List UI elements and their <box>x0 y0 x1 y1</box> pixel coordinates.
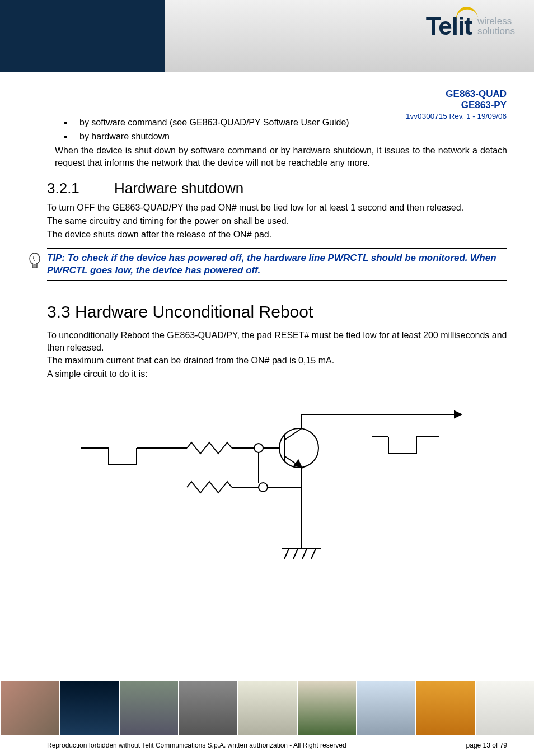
svg-marker-17 <box>455 411 461 418</box>
heading-3-3: 3.3 Hardware Unconditional Reboot <box>47 301 507 324</box>
footer-text: Reproduction forbidden without Telit Com… <box>47 741 507 749</box>
paragraph: The device shuts down after the release … <box>47 228 507 241</box>
svg-line-30 <box>302 549 307 559</box>
bullet-list: by software command (see GE863-QUAD/PY S… <box>47 116 507 142</box>
footer-image <box>237 681 297 735</box>
svg-line-29 <box>293 549 298 559</box>
svg-line-28 <box>284 549 289 559</box>
page-header: Telit wireless solutions <box>0 0 534 72</box>
header-grey-block: Telit wireless solutions <box>165 0 534 72</box>
bullet-item: by software command (see GE863-QUAD/PY S… <box>64 116 507 129</box>
circuit-diagram <box>47 403 506 605</box>
footer-image <box>119 681 178 735</box>
paragraph: The maximum current that can be drained … <box>47 354 507 367</box>
brand-accent-icon <box>454 5 478 21</box>
paragraph: To turn OFF the GE863-QUAD/PY the pad ON… <box>47 202 507 214</box>
brand-tagline: wireless solutions <box>477 16 515 36</box>
bullet-text: by software command (see GE863-QUAD/PY S… <box>79 118 349 127</box>
footer-image <box>0 681 59 735</box>
svg-line-14 <box>285 428 302 440</box>
footer-image <box>356 681 415 735</box>
svg-marker-19 <box>294 460 302 468</box>
doc-info: GE863-QUAD GE863-PY 1vv0300715 Rev. 1 - … <box>406 88 507 120</box>
svg-point-10 <box>254 444 263 452</box>
heading-3-2-1: 3.2.1Hardware shutdown <box>47 179 507 198</box>
footer-image-strip <box>0 681 534 735</box>
brand-tagline-2: solutions <box>477 26 515 36</box>
brand-name: Telit <box>426 12 472 40</box>
footer-copyright: Reproduction forbidden without Telit Com… <box>47 741 346 749</box>
brand-logo: Telit wireless solutions <box>426 12 515 40</box>
doc-title-1: GE863-QUAD <box>406 88 507 100</box>
bullet-text: by hardware shutdown <box>79 132 170 141</box>
paragraph: To unconditionally Reboot the GE863-QUAD… <box>47 329 507 353</box>
svg-point-23 <box>259 483 268 492</box>
paragraph: A simple circuit to do it is: <box>47 368 507 380</box>
footer-page-number: page 13 of 79 <box>466 741 507 749</box>
lightbulb-icon <box>28 252 41 272</box>
footer-image <box>178 681 237 735</box>
svg-line-31 <box>311 549 316 559</box>
page-content: by software command (see GE863-QUAD/PY S… <box>47 116 507 608</box>
footer-image <box>59 681 119 735</box>
svg-point-0 <box>30 253 40 264</box>
tip-callout: TIP: To check if the device has powered … <box>47 248 507 281</box>
brand-tagline-1: wireless <box>477 16 515 26</box>
heading-number: 3.2.1 <box>47 179 114 198</box>
footer-image <box>475 681 534 735</box>
paragraph-underline: The same circuitry and timing for the po… <box>47 215 507 227</box>
tip-text: TIP: To check if the device has powered … <box>47 252 507 277</box>
footer-image <box>415 681 475 735</box>
footer-image <box>297 681 356 735</box>
header-dark-block <box>0 0 165 72</box>
bullet-item: by hardware shutdown <box>64 130 507 143</box>
heading-text: Hardware shutdown <box>114 180 243 197</box>
paragraph: When the device is shut down by software… <box>55 144 507 169</box>
doc-title-2: GE863-PY <box>406 100 507 111</box>
